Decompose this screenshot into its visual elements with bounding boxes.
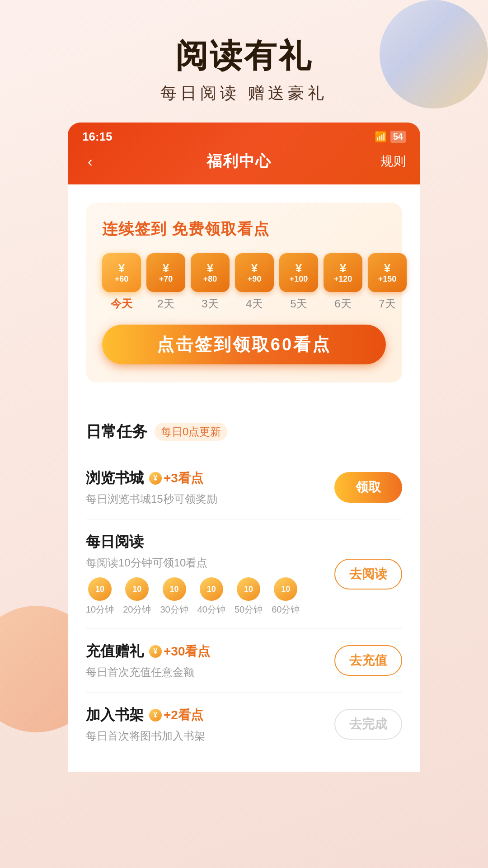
task-reward-text-bookshelf: +2看点 xyxy=(164,707,203,724)
progress-time-2: 20分钟 xyxy=(123,604,151,616)
card-area: 连续签到 免费领取看点 ¥ +60 今天 ¥ +70 2天 ¥ +80 3天 ¥… xyxy=(68,184,420,405)
page-subtitle: 每日阅读 赠送豪礼 xyxy=(0,82,488,104)
progress-time-5: 50分钟 xyxy=(235,604,263,616)
progress-coin-2: 10 xyxy=(125,577,149,601)
yen-symbol: ¥ xyxy=(340,262,346,274)
page-title: 阅读有礼 xyxy=(0,36,488,75)
signin-day-4[interactable]: ¥ +90 4天 xyxy=(235,253,274,311)
signin-section: 连续签到 免费领取看点 ¥ +60 今天 ¥ +70 2天 ¥ +80 3天 ¥… xyxy=(86,203,402,382)
task-reward-text-browse: +3看点 xyxy=(164,470,203,487)
task-info-recharge: 充值赠礼 ¥ +30看点 每日首次充值任意金额 xyxy=(86,642,334,679)
signin-title: 连续签到 免费领取看点 xyxy=(102,219,386,240)
coin-mini-bookshelf: ¥ xyxy=(149,709,162,722)
day-label-5: 5天 xyxy=(290,297,307,311)
phone-top-bar: 16:15 📶 54 ‹ 福利中心 规则 xyxy=(68,123,420,184)
task-desc-recharge: 每日首次充值任意金额 xyxy=(86,665,334,679)
progress-coin-4: 10 xyxy=(200,577,223,601)
signin-day-2[interactable]: ¥ +70 2天 xyxy=(146,253,185,311)
signin-day-6[interactable]: ¥ +120 6天 xyxy=(324,253,362,311)
status-icons: 📶 54 xyxy=(375,131,406,143)
task-item-bookshelf: 加入书架 ¥ +2看点 每日首次将图书加入书架 去完成 xyxy=(86,693,402,756)
signin-button[interactable]: 点击签到领取60看点 xyxy=(102,325,386,364)
yen-symbol: ¥ xyxy=(384,262,390,274)
yen-symbol: ¥ xyxy=(163,262,169,274)
battery-indicator: 54 xyxy=(390,131,406,143)
yen-symbol: ¥ xyxy=(251,262,258,274)
signin-day-1[interactable]: ¥ +60 今天 xyxy=(102,253,141,311)
progress-coin-1: 10 xyxy=(88,577,112,601)
day-coin-2: ¥ +70 xyxy=(146,253,185,292)
day-coin-7: ¥ +150 xyxy=(368,253,407,292)
task-reward-text-recharge: +30看点 xyxy=(164,643,211,660)
tasks-title: 日常任务 xyxy=(86,421,147,442)
reading-progress-row: 10 10分钟 10 20分钟 10 30分钟 10 40分钟 xyxy=(86,577,334,616)
task-button-browse[interactable]: 领取 xyxy=(334,472,402,503)
day-coin-3: ¥ +80 xyxy=(191,253,230,292)
day-coin-5: ¥ +100 xyxy=(279,253,318,292)
task-reward-recharge: ¥ +30看点 xyxy=(149,643,211,660)
progress-item-1: 10 10分钟 xyxy=(86,577,114,616)
coin-amount-1: +60 xyxy=(115,275,129,283)
task-info-browse: 浏览书城 ¥ +3看点 每日浏览书城15秒可领奖励 xyxy=(86,468,334,506)
nav-title: 福利中心 xyxy=(206,151,272,172)
progress-item-5: 10 50分钟 xyxy=(235,577,263,616)
task-reward-bookshelf: ¥ +2看点 xyxy=(149,707,203,724)
coin-mini-recharge: ¥ xyxy=(149,645,162,658)
signin-day-7[interactable]: ¥ +150 7天 xyxy=(368,253,407,311)
progress-time-4: 40分钟 xyxy=(197,604,225,616)
progress-time-3: 30分钟 xyxy=(160,604,188,616)
coin-amount-5: +100 xyxy=(290,275,308,283)
yen-symbol: ¥ xyxy=(118,262,125,274)
task-reward-browse: ¥ +3看点 xyxy=(149,470,203,487)
task-name-row-bookshelf: 加入书架 ¥ +2看点 xyxy=(86,705,334,725)
task-desc-browse: 每日浏览书城15秒可领奖励 xyxy=(86,492,334,506)
status-time: 16:15 xyxy=(82,130,113,144)
signin-days: ¥ +60 今天 ¥ +70 2天 ¥ +80 3天 ¥ +90 4天 ¥ +1… xyxy=(102,253,386,311)
task-info-bookshelf: 加入书架 ¥ +2看点 每日首次将图书加入书架 xyxy=(86,705,334,743)
task-name-row-browse: 浏览书城 ¥ +3看点 xyxy=(86,468,334,488)
day-label-2: 2天 xyxy=(157,297,174,311)
task-name-recharge: 充值赠礼 xyxy=(86,642,144,661)
progress-item-3: 10 30分钟 xyxy=(160,577,188,616)
progress-coin-6: 10 xyxy=(274,577,297,601)
yen-symbol: ¥ xyxy=(207,262,213,274)
progress-item-4: 10 40分钟 xyxy=(197,577,225,616)
signin-day-5[interactable]: ¥ +100 5天 xyxy=(279,253,318,311)
day-label-1: 今天 xyxy=(111,297,132,311)
task-button-recharge[interactable]: 去充值 xyxy=(334,645,402,676)
task-name-reading: 每日阅读 xyxy=(86,532,144,552)
coin-amount-3: +80 xyxy=(203,275,217,283)
task-button-bookshelf[interactable]: 去完成 xyxy=(334,709,402,740)
status-bar: 16:15 📶 54 xyxy=(82,130,406,144)
daily-tasks-section: 日常任务 每日0点更新 浏览书城 ¥ +3看点 每日浏览书城15秒可领奖励 领取… xyxy=(68,405,420,772)
task-item-reading: 每日阅读 每阅读10分钟可领10看点 10 10分钟 10 20分钟 10 30… xyxy=(86,519,402,629)
signin-day-3[interactable]: ¥ +80 3天 xyxy=(191,253,230,311)
coin-amount-6: +120 xyxy=(334,275,352,283)
day-coin-6: ¥ +120 xyxy=(324,253,362,292)
day-coin-4: ¥ +90 xyxy=(235,253,274,292)
back-button[interactable]: ‹ xyxy=(82,151,98,172)
progress-item-2: 10 20分钟 xyxy=(123,577,151,616)
task-name-row-recharge: 充值赠礼 ¥ +30看点 xyxy=(86,642,334,661)
page-header: 阅读有礼 每日阅读 赠送豪礼 xyxy=(0,0,488,123)
progress-time-1: 10分钟 xyxy=(86,604,114,616)
tasks-list: 浏览书城 ¥ +3看点 每日浏览书城15秒可领奖励 领取 每日阅读 每阅读10分… xyxy=(86,456,402,756)
progress-coin-5: 10 xyxy=(237,577,260,601)
coin-amount-2: +70 xyxy=(159,275,173,283)
task-button-reading[interactable]: 去阅读 xyxy=(334,559,402,590)
progress-item-6: 10 60分钟 xyxy=(272,577,300,616)
task-info-reading: 每日阅读 每阅读10分钟可领10看点 10 10分钟 10 20分钟 10 30… xyxy=(86,532,334,616)
task-name-row-reading: 每日阅读 xyxy=(86,532,334,552)
yen-symbol: ¥ xyxy=(296,262,302,274)
task-desc-reading: 每阅读10分钟可领10看点 xyxy=(86,556,334,570)
day-label-4: 4天 xyxy=(246,297,263,311)
nav-rules-button[interactable]: 规则 xyxy=(380,153,406,170)
day-label-7: 7天 xyxy=(379,297,395,311)
progress-time-6: 60分钟 xyxy=(272,604,300,616)
wifi-icon: 📶 xyxy=(375,131,387,143)
task-name-bookshelf: 加入书架 xyxy=(86,705,144,725)
task-item-recharge: 充值赠礼 ¥ +30看点 每日首次充值任意金额 去充值 xyxy=(86,629,402,693)
coin-mini-browse: ¥ xyxy=(149,472,162,485)
day-coin-1: ¥ +60 xyxy=(102,253,141,292)
coin-amount-4: +90 xyxy=(248,275,262,283)
